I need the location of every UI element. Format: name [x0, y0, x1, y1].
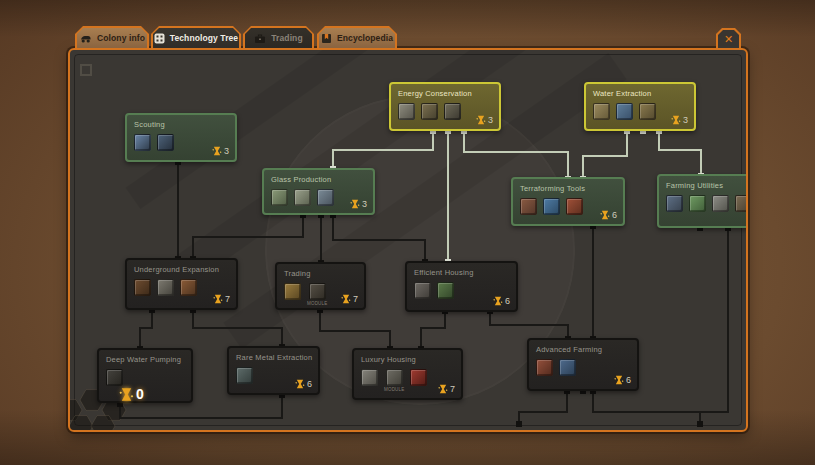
- tab-technology-tree-inner: Technology Tree: [153, 28, 239, 48]
- research-cost: 3: [671, 115, 688, 125]
- cargo-crate-icon: [284, 283, 301, 300]
- deep-pump-icon: [106, 369, 123, 386]
- tab-technology-tree[interactable]: Technology Tree: [151, 26, 241, 48]
- icon-slot: [536, 359, 553, 376]
- icon-slot: MODULE: [384, 369, 404, 392]
- icon-slot: [361, 369, 378, 386]
- globe-icon: [543, 198, 560, 215]
- tech-node-title: Rare Metal Extraction: [236, 353, 311, 362]
- tech-node-glass-production[interactable]: Glass Production3: [262, 168, 375, 215]
- silo-icon: [735, 195, 748, 212]
- icon-slot: [284, 283, 301, 300]
- tab-label: Technology Tree: [170, 33, 238, 43]
- tech-node-underground-expansion[interactable]: Underground Expansion7: [125, 258, 238, 310]
- tab-trading[interactable]: Trading: [243, 26, 314, 48]
- icon-slot: [106, 369, 123, 386]
- research-cost-value: 6: [626, 375, 631, 385]
- icon-slot: [437, 282, 454, 299]
- tech-node-title: Glass Production: [271, 175, 366, 184]
- icon-slot: [593, 103, 610, 120]
- metal-extractor-icon: [236, 367, 253, 384]
- tech-node-advanced-farming[interactable]: Advanced Farming6: [527, 338, 639, 391]
- icon-slot: [157, 134, 174, 151]
- tech-node-icons: [106, 369, 184, 386]
- extractor-icon: [639, 103, 656, 120]
- icon-slot: [543, 198, 560, 215]
- research-cost: 7: [438, 384, 455, 394]
- research-cost-value: 6: [307, 379, 312, 389]
- tech-node-scouting[interactable]: Scouting3: [125, 113, 237, 162]
- tech-node-title: Energy Conservation: [398, 89, 492, 98]
- tech-node-title: Scouting: [134, 120, 228, 129]
- icon-caption: MODULE: [307, 301, 327, 306]
- icon-slot: [294, 189, 311, 206]
- scout-walker-icon: [157, 134, 174, 151]
- tech-node-title: Deep Water Pumping: [106, 355, 184, 364]
- scaffold-icon: [593, 103, 610, 120]
- tech-node-efficient-housing[interactable]: Efficient Housing6: [405, 261, 518, 312]
- scout-rover-icon: [134, 134, 151, 151]
- research-cost: 6: [295, 379, 312, 389]
- research-cost-value: 3: [683, 115, 688, 125]
- tech-node-deep-water-pumping[interactable]: Deep Water Pumping0: [97, 348, 193, 403]
- tech-node-title: Advanced Farming: [536, 345, 630, 354]
- icon-slot: [180, 279, 197, 296]
- icon-slot: [271, 189, 288, 206]
- icon-slot: [735, 195, 748, 212]
- icon-slot: [421, 103, 438, 120]
- research-cost: 6: [614, 375, 631, 385]
- book-icon: [321, 33, 332, 44]
- hydroponics-grid-icon: [559, 359, 576, 376]
- tech-node-trading-tech[interactable]: TradingMODULE7: [275, 262, 366, 310]
- tech-tree-nodes: Scouting3Energy Conservation3Water Extra…: [70, 50, 746, 430]
- icon-slot: [639, 103, 656, 120]
- icon-slot: [134, 279, 151, 296]
- icon-caption: MODULE: [384, 387, 404, 392]
- tech-node-title: Efficient Housing: [414, 268, 509, 277]
- icon-slot: [712, 195, 729, 212]
- greenhouse-panel-icon: [689, 195, 706, 212]
- icon-slot: [236, 367, 253, 384]
- tech-node-farming-utilities[interactable]: Farming Utilities: [657, 174, 748, 228]
- research-cost: 3: [476, 115, 493, 125]
- tech-node-rare-metal-extraction[interactable]: Rare Metal Extraction6: [227, 346, 320, 395]
- tab-label: Encyclopedia: [337, 33, 393, 43]
- tab-encyclopedia[interactable]: Encyclopedia: [317, 26, 397, 48]
- research-cost-value: 3: [224, 146, 229, 156]
- tab-colony-info-inner: Colony info: [77, 28, 147, 48]
- research-cost-value: 3: [488, 115, 493, 125]
- icon-slot: [134, 134, 151, 151]
- tech-node-title: Terraforming Tools: [520, 184, 616, 193]
- trade-module-icon: [309, 283, 326, 300]
- tech-node-title: Farming Utilities: [666, 181, 748, 190]
- research-cost: 6: [493, 296, 510, 306]
- habitat-dome-icon: [414, 282, 431, 299]
- kiln-icon: [294, 189, 311, 206]
- close-button[interactable]: ✕: [716, 28, 741, 49]
- housing-module-icon: [386, 369, 403, 386]
- tech-node-luxury-housing[interactable]: Luxury HousingMODULE7: [352, 348, 463, 400]
- research-cost-value: 6: [505, 296, 510, 306]
- tech-node-terraforming-tools[interactable]: Terraforming Tools6: [511, 177, 625, 226]
- drill-head-icon: [134, 279, 151, 296]
- tab-colony-info[interactable]: Colony info: [75, 26, 149, 48]
- terraformer-icon: [566, 198, 583, 215]
- planter-icon: [520, 198, 537, 215]
- icon-slot: [410, 369, 427, 386]
- technology-tree-panel: Scouting3Energy Conservation3Water Extra…: [68, 48, 748, 432]
- tech-node-title: Luxury Housing: [361, 355, 454, 364]
- tech-grid-icon: [154, 33, 165, 44]
- research-cost: 3: [350, 199, 367, 209]
- tech-node-icons: [536, 359, 630, 376]
- tech-node-energy-conservation[interactable]: Energy Conservation3: [389, 82, 501, 131]
- icon-slot: [317, 189, 334, 206]
- research-cost-value: 0: [136, 386, 144, 402]
- plot-frame-icon: [666, 195, 683, 212]
- research-cost-value: 6: [612, 210, 617, 220]
- close-icon: ✕: [718, 30, 739, 48]
- excavator-icon: [157, 279, 174, 296]
- icon-slot: [616, 103, 633, 120]
- tech-node-water-extraction[interactable]: Water Extraction3: [584, 82, 696, 131]
- tech-node-title: Trading: [284, 269, 357, 278]
- tab-trading-inner: Trading: [245, 28, 312, 48]
